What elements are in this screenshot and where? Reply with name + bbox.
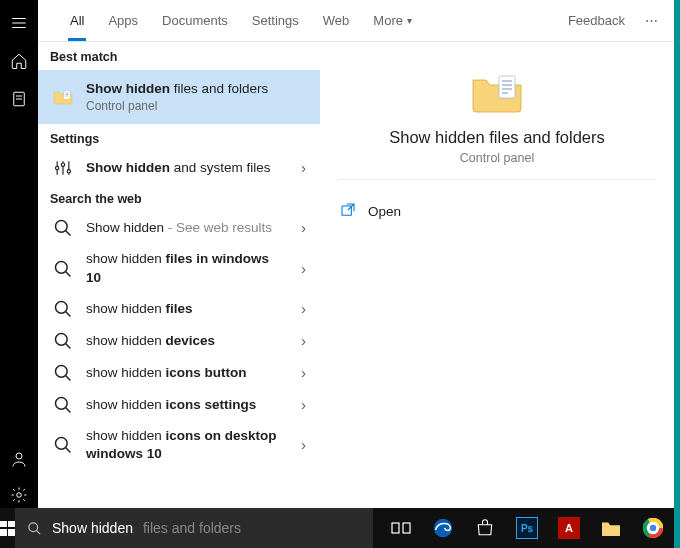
windows-logo-icon — [0, 521, 15, 536]
chevron-right-icon: › — [295, 301, 312, 317]
chrome-icon[interactable] — [639, 514, 667, 542]
taskbar: Show hidden files and folders Ps A — [0, 508, 674, 548]
search-tabs: All Apps Documents Settings Web More▾ Fe… — [38, 0, 674, 42]
result-title: show hidden icons button — [86, 364, 285, 382]
result-title: Show hidden files and folders — [86, 80, 312, 98]
chevron-right-icon: › — [295, 397, 312, 413]
preview-icon — [471, 72, 523, 114]
search-icon — [27, 521, 42, 536]
search-icon — [50, 435, 76, 455]
settings-result[interactable]: Show hidden and system files › — [38, 152, 320, 184]
svg-point-10 — [56, 261, 68, 273]
preview-action-label: Open — [368, 204, 401, 219]
result-title: show hidden files in windows 10 — [86, 250, 285, 286]
more-options-icon[interactable]: ⋯ — [639, 13, 666, 28]
chevron-down-icon: ▾ — [407, 15, 412, 26]
svg-rect-19 — [392, 523, 399, 533]
chevron-right-icon: › — [295, 261, 312, 277]
search-icon — [50, 395, 76, 415]
feedback-link[interactable]: Feedback — [568, 13, 625, 28]
photoshop-icon[interactable]: Ps — [513, 514, 541, 542]
result-title: show hidden icons on desktop windows 10 — [86, 427, 285, 463]
taskbar-pinned-apps: Ps A — [373, 508, 680, 548]
search-icon — [50, 299, 76, 319]
svg-point-14 — [56, 397, 68, 409]
taskbar-search-box[interactable]: Show hidden files and folders — [15, 508, 373, 548]
tab-web[interactable]: Web — [311, 0, 362, 41]
svg-point-18 — [29, 522, 38, 531]
svg-point-11 — [56, 301, 68, 313]
results-column: Best match Show hidden files and folders… — [38, 42, 320, 508]
search-panel: All Apps Documents Settings Web More▾ Fe… — [38, 0, 674, 508]
web-result[interactable]: show hidden files in windows 10› — [38, 244, 320, 292]
hamburger-icon[interactable] — [10, 14, 28, 32]
preview-subtitle: Control panel — [460, 151, 534, 165]
folder-options-icon — [50, 87, 76, 107]
svg-rect-16 — [499, 76, 515, 98]
svg-point-9 — [56, 221, 68, 233]
section-settings: Settings — [38, 124, 320, 152]
acrobat-icon[interactable]: A — [555, 514, 583, 542]
search-icon — [50, 259, 76, 279]
svg-point-6 — [56, 167, 59, 170]
gear-icon[interactable] — [10, 486, 28, 504]
chevron-right-icon: › — [295, 333, 312, 349]
tab-settings[interactable]: Settings — [240, 0, 311, 41]
result-title: show hidden devices — [86, 332, 285, 350]
web-result[interactable]: show hidden icons button› — [38, 357, 320, 389]
chevron-right-icon: › — [295, 365, 312, 381]
web-result[interactable]: show hidden icons on desktop windows 10› — [38, 421, 320, 469]
svg-point-8 — [67, 170, 70, 173]
tab-all[interactable]: All — [58, 0, 96, 41]
svg-point-7 — [61, 163, 64, 166]
web-result[interactable]: show hidden icons settings› — [38, 389, 320, 421]
file-explorer-icon[interactable] — [597, 514, 625, 542]
web-result[interactable]: show hidden devices› — [38, 325, 320, 357]
tab-documents[interactable]: Documents — [150, 0, 240, 41]
result-title: show hidden icons settings — [86, 396, 285, 414]
chevron-right-icon: › — [295, 437, 312, 453]
search-icon — [50, 363, 76, 383]
search-completion-text: files and folders — [143, 520, 241, 536]
web-results-container: Show hidden - See web results›show hidde… — [38, 212, 320, 469]
store-icon[interactable] — [471, 514, 499, 542]
home-icon[interactable] — [10, 52, 28, 70]
svg-point-12 — [56, 333, 68, 345]
preview-action-open[interactable]: Open — [338, 196, 656, 227]
search-icon — [50, 218, 76, 238]
svg-point-13 — [56, 365, 68, 377]
preview-title: Show hidden files and folders — [389, 128, 605, 147]
tab-more[interactable]: More▾ — [361, 0, 424, 41]
best-match-result[interactable]: Show hidden files and folders Control pa… — [38, 70, 320, 124]
section-best-match: Best match — [38, 42, 320, 70]
desktop-accent-strip — [674, 0, 680, 548]
sliders-icon — [50, 158, 76, 178]
result-title: show hidden files — [86, 300, 285, 318]
result-title: Show hidden - See web results — [86, 219, 285, 237]
web-result[interactable]: Show hidden - See web results› — [38, 212, 320, 244]
start-button[interactable] — [0, 508, 15, 548]
svg-point-15 — [56, 438, 68, 450]
open-icon — [340, 202, 356, 221]
document-icon[interactable] — [10, 90, 28, 108]
web-result[interactable]: show hidden files› — [38, 293, 320, 325]
task-view-icon[interactable] — [387, 514, 415, 542]
preview-pane: Show hidden files and folders Control pa… — [320, 42, 674, 508]
result-title: Show hidden and system files — [86, 159, 285, 177]
search-typed-text: Show hidden — [52, 520, 133, 536]
svg-rect-20 — [403, 523, 410, 533]
search-icon — [50, 331, 76, 351]
svg-rect-5 — [64, 91, 70, 99]
search-left-rail — [0, 0, 38, 548]
tab-apps[interactable]: Apps — [96, 0, 150, 41]
chevron-right-icon: › — [295, 220, 312, 236]
section-search-web: Search the web — [38, 184, 320, 212]
user-icon[interactable] — [10, 450, 28, 468]
chevron-right-icon: › — [295, 160, 312, 176]
edge-icon[interactable] — [429, 514, 457, 542]
svg-point-1 — [16, 453, 22, 459]
svg-point-2 — [17, 493, 22, 498]
result-subtitle: Control panel — [86, 98, 312, 114]
